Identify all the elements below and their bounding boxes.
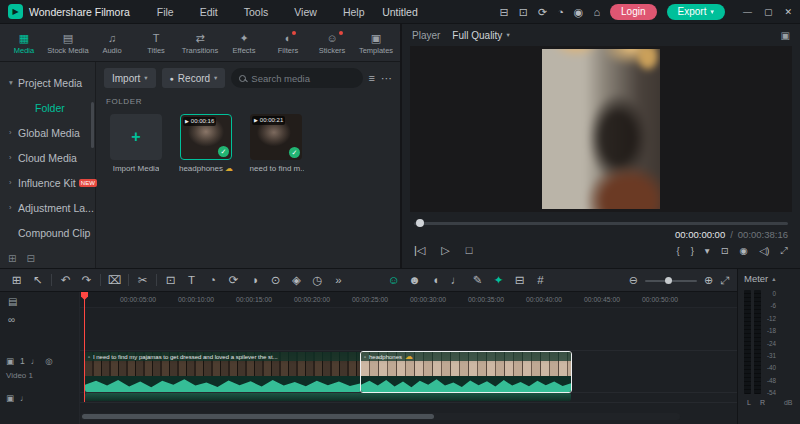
quality-dropdown[interactable]: Full Quality ▾ [452, 30, 509, 41]
search-box[interactable] [231, 68, 362, 88]
track2-mute-icon[interactable]: ♩ [20, 393, 29, 403]
undo-icon[interactable]: ↶ [55, 269, 76, 291]
volume-icon[interactable]: ◁) [759, 245, 769, 256]
import-button[interactable]: Import ▾ [104, 68, 156, 88]
media-clip-tile[interactable]: ▶00:00:21 ✓ I need to find m... [248, 114, 304, 173]
ai-magic-icon[interactable]: ✦ [488, 269, 509, 291]
menu-item[interactable]: Help [332, 0, 376, 24]
display-icon[interactable]: ⊡ [519, 0, 528, 24]
account-icon[interactable]: ◉ [574, 0, 584, 24]
import-media-tile[interactable]: + Import Media [108, 114, 164, 173]
media-type-tab[interactable]: ⇄ Transitions [178, 24, 222, 61]
media-clip-tile[interactable]: ▶00:00:16 ✓ headphones ☁ [178, 114, 234, 173]
sidebar-item[interactable]: Folder [0, 95, 95, 120]
timeline-ruler[interactable]: 00:00:05:0000:00:10:0000:00:15:0000:00:2… [80, 292, 737, 308]
toolbar-icon[interactable] [100, 274, 101, 286]
workspace-icon[interactable]: ⊟ [499, 0, 508, 24]
maximize-button[interactable]: ▢ [764, 0, 773, 24]
record-button[interactable]: ● Record ▾ [162, 68, 226, 88]
previous-frame-icon[interactable]: |◁ [414, 244, 425, 257]
sync-icon[interactable]: ⟳ [538, 0, 547, 24]
toolbar-icon[interactable] [51, 274, 52, 286]
filter-icon[interactable]: ≡ [369, 72, 375, 84]
sidebar-item[interactable]: › Cloud Media [0, 145, 95, 170]
media-type-tab[interactable]: ☺ Stickers [310, 24, 354, 61]
close-button[interactable]: ✕ [784, 0, 792, 24]
notification-icon[interactable]: ◔ [557, 0, 564, 24]
mask-icon[interactable]: ◖ [425, 269, 446, 291]
login-button[interactable]: Login [610, 4, 656, 20]
play-icon[interactable]: ▷ [441, 244, 449, 257]
player-scrubber[interactable] [414, 219, 788, 227]
text-icon[interactable]: T [181, 269, 202, 291]
preview-quality-icon[interactable]: ▾ [705, 245, 710, 256]
redo-icon[interactable]: ↷ [76, 269, 97, 291]
menu-item[interactable]: Edit [189, 0, 229, 24]
export-button[interactable]: Export▾ [667, 4, 725, 20]
media-type-tab[interactable]: T Titles [134, 24, 178, 61]
menu-item[interactable]: File [146, 0, 185, 24]
sidebar-item[interactable]: › Global Media [0, 120, 95, 145]
track2-thumb-icon[interactable]: ▣ [6, 393, 14, 403]
menu-item[interactable]: View [283, 0, 328, 24]
zoom-slider-handle[interactable] [665, 277, 672, 284]
toolbar-icon[interactable] [156, 274, 157, 286]
chroma-key-icon[interactable]: ⊙ [265, 269, 286, 291]
media-type-tab[interactable]: ▣ Templates [354, 24, 398, 61]
sidebar-item[interactable]: › Influence Kit NEW [0, 170, 95, 195]
media-grid-icon[interactable]: ⊞ [6, 269, 27, 291]
track-number[interactable]: 1 [20, 356, 25, 366]
rotate-icon[interactable]: ⟳ [223, 269, 244, 291]
preview-window-icon[interactable]: ▣ [781, 30, 790, 41]
track-hide-icon[interactable]: ◎ [45, 356, 52, 366]
minimize-button[interactable]: — [743, 0, 752, 24]
delete-folder-icon[interactable]: ⊟ [26, 253, 34, 264]
meter-header[interactable]: Meter ▴ [744, 273, 794, 284]
track-thumb-icon[interactable]: ▣ [6, 356, 14, 366]
menu-item[interactable]: Tools [233, 0, 280, 24]
crop-icon[interactable]: ⊡ [160, 269, 181, 291]
snap-icon[interactable]: # [530, 269, 551, 291]
color-icon[interactable]: ◑ [244, 269, 265, 291]
timeline-clip[interactable]: ▫ I need to find my pajamas to get dress… [85, 352, 361, 392]
snapshot-icon[interactable]: ◉ [740, 245, 748, 256]
cart-icon[interactable]: ⌂ [593, 0, 600, 24]
speed-icon[interactable]: ◔ [202, 269, 223, 291]
delete-icon[interactable]: ⌧ [104, 269, 125, 291]
search-input[interactable] [251, 73, 354, 84]
manage-tracks-icon[interactable]: ▤ [8, 296, 79, 307]
mic-icon[interactable]: ♩ [446, 269, 467, 291]
fit-timeline-icon[interactable]: ⤢ [720, 274, 729, 287]
toolbar-icon[interactable] [128, 274, 129, 286]
scrollbar-thumb[interactable] [82, 414, 434, 419]
audio-track-clip[interactable] [85, 393, 571, 401]
sidebar-item[interactable]: › Adjustment La... [0, 195, 95, 220]
new-folder-icon[interactable]: ⊞ [8, 253, 16, 264]
zoom-in-icon[interactable]: ⊕ [704, 274, 713, 287]
scrubber-handle[interactable] [416, 219, 424, 227]
stop-icon[interactable]: □ [466, 244, 473, 257]
render-icon[interactable]: ⊟ [509, 269, 530, 291]
media-type-tab[interactable]: ◐ Filters [266, 24, 310, 61]
select-tool-icon[interactable]: ↖ [27, 269, 48, 291]
media-type-tab[interactable]: ▤ Stock Media [46, 24, 90, 61]
media-type-tab[interactable]: ▦ Media [2, 24, 46, 61]
sidebar-item[interactable]: ▾ Project Media [0, 70, 95, 95]
timeline-scrollbar[interactable] [80, 413, 680, 420]
fullscreen-icon[interactable]: ⤢ [780, 245, 788, 257]
sidebar-scrollbar[interactable] [91, 102, 94, 148]
playhead[interactable] [84, 292, 85, 402]
sidebar-item[interactable]: Compound Clip [0, 220, 95, 245]
timeline-clip[interactable]: ▫ headphones ☁ [361, 352, 571, 392]
edit-icon[interactable]: ✎ [467, 269, 488, 291]
zoom-out-icon[interactable]: ⊖ [629, 274, 638, 287]
timer-icon[interactable]: ◷ [307, 269, 328, 291]
keyframe-icon[interactable]: ◈ [286, 269, 307, 291]
mark-out-icon[interactable]: } [691, 245, 694, 256]
timeline-zoom-slider[interactable] [645, 275, 697, 285]
display-device-icon[interactable]: ⊡ [721, 245, 729, 256]
split-icon[interactable]: ✂ [132, 269, 153, 291]
person-cutout-icon[interactable]: ☻ [404, 269, 425, 291]
track-mute-icon[interactable]: ♩ [31, 356, 40, 366]
mark-in-icon[interactable]: { [676, 245, 679, 256]
